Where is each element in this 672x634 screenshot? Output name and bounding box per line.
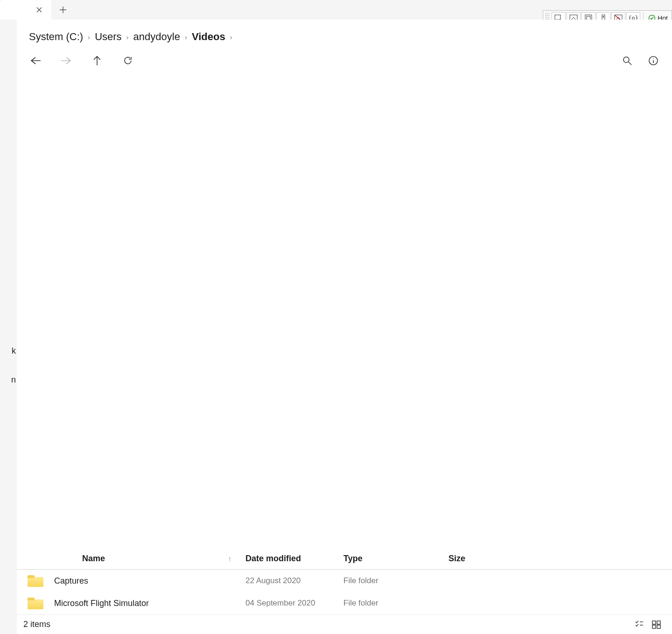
chevron-right-icon: › — [126, 33, 129, 41]
column-header-name-label: Name — [82, 554, 105, 564]
chevron-right-icon: › — [230, 33, 232, 41]
sort-ascending-icon: ↑ — [228, 555, 232, 563]
content-pane: System (C:) › Users › andydoyle › Videos… — [17, 20, 672, 634]
file-type: File folder — [343, 599, 448, 608]
refresh-button[interactable] — [118, 50, 138, 71]
new-tab-button[interactable] — [51, 0, 75, 20]
column-header-type[interactable]: Type — [343, 554, 448, 564]
svg-rect-12 — [652, 621, 656, 624]
item-count: 2 items — [23, 620, 50, 629]
svg-rect-15 — [657, 625, 660, 628]
back-button[interactable] — [25, 50, 46, 71]
tab-strip: {o} Hot — [0, 0, 672, 20]
tab-current[interactable] — [0, 0, 51, 20]
column-header-date[interactable]: Date modified — [245, 554, 343, 564]
breadcrumb-seg-1[interactable]: Users — [95, 31, 121, 43]
file-type: File folder — [343, 576, 448, 585]
navigation-bar — [17, 48, 672, 77]
navigation-sidebar-partial[interactable]: k n — [0, 20, 17, 634]
breadcrumb: System (C:) › Users › andydoyle › Videos… — [17, 20, 672, 48]
file-list: Name ↑ Date modified Type Size Captures … — [17, 549, 672, 614]
search-button[interactable] — [617, 50, 637, 71]
folder-icon — [17, 575, 54, 587]
breadcrumb-seg-2[interactable]: andydoyle — [133, 31, 180, 43]
column-header-row: Name ↑ Date modified Type Size — [17, 549, 672, 570]
svg-rect-0 — [555, 15, 560, 20]
file-name: Microsoft Flight Simulator — [54, 599, 245, 608]
folder-icon — [17, 598, 54, 609]
empty-content-area — [17, 77, 672, 549]
column-header-name[interactable]: Name ↑ — [54, 554, 245, 564]
column-header-size[interactable]: Size — [448, 554, 672, 564]
chevron-right-icon: › — [185, 33, 187, 41]
svg-point-11 — [653, 58, 654, 59]
breadcrumb-seg-0[interactable]: System (C:) — [29, 31, 83, 43]
sidebar-item-fragment-2: n — [11, 375, 16, 385]
info-button[interactable] — [643, 50, 664, 71]
file-date: 04 September 2020 — [245, 599, 343, 608]
svg-point-9 — [623, 57, 629, 63]
breadcrumb-seg-3[interactable]: Videos — [192, 31, 225, 43]
forward-button[interactable] — [56, 50, 77, 71]
close-tab-button[interactable] — [33, 3, 46, 16]
svg-rect-13 — [657, 621, 660, 624]
chevron-right-icon: › — [88, 33, 90, 41]
table-row[interactable]: Captures 22 August 2020 File folder — [17, 570, 672, 592]
file-date: 22 August 2020 — [245, 576, 343, 585]
up-button[interactable] — [87, 50, 107, 71]
table-row[interactable]: Microsoft Flight Simulator 04 September … — [17, 592, 672, 614]
view-tiles-button[interactable] — [648, 618, 665, 632]
file-name: Captures — [54, 576, 245, 586]
view-details-button[interactable] — [630, 618, 648, 632]
svg-rect-14 — [652, 625, 656, 628]
status-bar: 2 items — [17, 614, 672, 634]
svg-point-6 — [603, 16, 604, 18]
sidebar-item-fragment-1: k — [12, 346, 16, 356]
